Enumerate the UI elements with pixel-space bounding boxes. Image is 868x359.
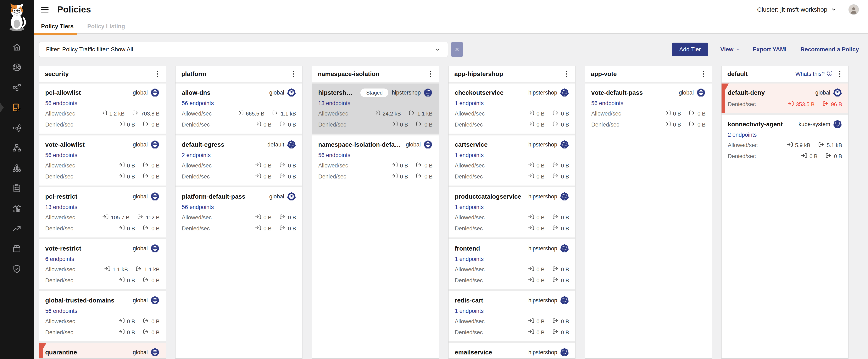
endpoints-link[interactable]: 2 endpoints bbox=[182, 152, 211, 159]
policy-card[interactable]: pci-allowlistglobal56 endpointsAllowed/s… bbox=[39, 82, 166, 134]
endpoints-link[interactable]: 1 endpoints bbox=[455, 256, 484, 263]
sidebar-item-policies[interactable] bbox=[0, 98, 34, 118]
user-avatar[interactable] bbox=[848, 4, 859, 15]
sidebar-item-endpoints-sitemap[interactable] bbox=[0, 138, 34, 158]
tier-kebab-menu-icon[interactable] bbox=[837, 70, 842, 78]
endpoints-link[interactable]: 1 endpoints bbox=[455, 308, 484, 314]
sidebar-item-service-graph[interactable] bbox=[0, 77, 34, 98]
policy-card[interactable]: checkoutservicehipstershopns1 endpointsA… bbox=[448, 82, 575, 134]
policy-card[interactable]: vote-restrictglobal6 endpointsAllowed/se… bbox=[39, 238, 166, 289]
tier-kebab-menu-icon[interactable] bbox=[291, 70, 297, 78]
scope-label: hipstershop bbox=[528, 245, 557, 252]
inbound-value: 0 B bbox=[536, 111, 545, 117]
policy-card[interactable]: frontendhipstershopns1 endpointsAllowed/… bbox=[448, 238, 575, 289]
whats-this-link[interactable]: Whats this?? bbox=[796, 71, 833, 78]
endpoints-link[interactable]: 13 endpoints bbox=[45, 204, 78, 211]
outbound-metric: 96 B bbox=[823, 100, 842, 108]
policy-card[interactable]: pci-restrictglobal13 endpointsAllowed/se… bbox=[39, 186, 166, 238]
policy-name: default-egress bbox=[182, 141, 224, 148]
policy-card[interactable]: cartservicehipstershopns1 endpointsAllow… bbox=[448, 134, 575, 186]
policy-scope: global bbox=[676, 88, 706, 97]
metric-label: Allowed/sec bbox=[45, 214, 75, 221]
endpoints-link[interactable]: 56 endpoints bbox=[45, 100, 78, 107]
endpoints-link[interactable]: 6 endpoints bbox=[45, 256, 74, 263]
endpoints-link[interactable]: 2 endpoints bbox=[728, 132, 757, 138]
policy-card[interactable]: vote-allowlistglobal56 endpointsAllowed/… bbox=[39, 134, 166, 186]
sidebar-item-dashboard-gauge[interactable] bbox=[0, 57, 34, 77]
policy-card[interactable]: productcatalogservicehipstershopns1 endp… bbox=[448, 186, 575, 238]
policy-card[interactable]: namespace-isolation-default-p…global56 e… bbox=[312, 134, 439, 186]
tab-policy-tiers[interactable]: Policy Tiers bbox=[41, 23, 74, 30]
metric-values: 0 B0 B bbox=[255, 214, 296, 221]
outbound-arrow-icon bbox=[143, 173, 149, 181]
outbound-metric: 0 B bbox=[553, 173, 569, 181]
cluster-selector[interactable]: Cluster: jlt-msft-workshop bbox=[757, 6, 836, 13]
policy-card[interactable]: vote-default-passglobal56 endpointsAllow… bbox=[585, 82, 712, 134]
endpoints-link[interactable]: 56 endpoints bbox=[182, 100, 214, 107]
policy-card[interactable]: hipstershop-gh…Stagedhipstershopns13 end… bbox=[312, 82, 439, 134]
clear-filter-button[interactable] bbox=[451, 42, 463, 57]
outbound-metric: 703.8 B bbox=[132, 110, 159, 118]
metric-values: 353.5 B96 B bbox=[787, 100, 842, 108]
add-tier-button[interactable]: Add Tier bbox=[672, 43, 708, 56]
export-yaml-button[interactable]: Export YAML bbox=[753, 46, 788, 53]
hamburger-menu-icon[interactable] bbox=[41, 7, 49, 12]
sidebar-item-flow-trend[interactable] bbox=[0, 218, 34, 239]
inbound-metric: 0 B bbox=[528, 110, 545, 118]
policy-card[interactable]: default-denyglobalDenied/sec353.5 B96 B bbox=[721, 82, 848, 113]
policy-traffic-filter-select[interactable]: Filter: Policy Traffic filter: Show All bbox=[39, 42, 448, 57]
policy-card[interactable]: emailservicehipstershopns1 endpointsAllo… bbox=[448, 341, 575, 359]
metric-row: Denied/sec353.5 B96 B bbox=[728, 100, 842, 108]
sidebar-item-threat-shield[interactable] bbox=[0, 259, 34, 279]
sidebar-item-home[interactable] bbox=[0, 37, 34, 57]
endpoints-link[interactable]: 1 endpoints bbox=[455, 152, 484, 159]
view-dropdown-button[interactable]: View bbox=[720, 46, 740, 53]
endpoints-link[interactable]: 56 endpoints bbox=[45, 308, 78, 314]
metric-row: Denied/sec0 B0 B bbox=[455, 225, 569, 232]
endpoints-link[interactable]: 56 endpoints bbox=[591, 100, 623, 107]
policy-card[interactable]: default-egressdefaultns2 endpointsAllowe… bbox=[176, 134, 302, 186]
inbound-metric: 665.5 B bbox=[237, 110, 265, 118]
outbound-arrow-icon bbox=[143, 277, 149, 284]
policy-card-header: konnectivity-agentkube-systemns bbox=[728, 120, 842, 129]
tier-kebab-menu-icon[interactable] bbox=[564, 70, 569, 78]
policy-name: hipstershop-gh… bbox=[318, 89, 356, 96]
policy-card[interactable]: global-trusted-domainsglobal56 endpoints… bbox=[39, 289, 166, 341]
metric-values: 0 B0 B bbox=[528, 317, 569, 325]
sidebar-item-compliance-clipboard[interactable] bbox=[0, 178, 34, 198]
tier-kebab-menu-icon[interactable] bbox=[701, 70, 706, 78]
metric-values: 0 B0 B bbox=[528, 110, 569, 118]
endpoints-link[interactable]: 56 endpoints bbox=[45, 152, 78, 159]
sidebar-item-reports-chart[interactable] bbox=[0, 198, 34, 218]
metric-label: Denied/sec bbox=[728, 101, 756, 108]
tier-header-actions bbox=[701, 70, 706, 78]
outbound-metric: 0 B bbox=[143, 317, 159, 325]
metric-row: Denied/sec0 B0 B bbox=[455, 173, 569, 181]
outbound-value: 1.1 kB bbox=[144, 266, 159, 273]
endpoints-link[interactable]: 13 endpoints bbox=[318, 100, 350, 107]
policy-card[interactable]: allow-dnsglobal56 endpointsAllowed/sec66… bbox=[176, 82, 302, 134]
metric-label: Denied/sec bbox=[455, 225, 483, 232]
endpoints-link[interactable]: 56 endpoints bbox=[318, 152, 350, 159]
sidebar-item-clusters[interactable] bbox=[0, 158, 34, 178]
outbound-metric: 0 B bbox=[143, 173, 159, 181]
policy-card[interactable]: platform-default-passglobal56 endpointsA… bbox=[176, 186, 302, 238]
policy-card[interactable]: konnectivity-agentkube-systemns2 endpoin… bbox=[721, 113, 848, 165]
tab-policy-listing[interactable]: Policy Listing bbox=[87, 23, 125, 30]
recommend-policy-button[interactable]: Recommend a Policy bbox=[800, 46, 859, 53]
sidebar-item-image-package[interactable] bbox=[0, 239, 34, 259]
policy-card[interactable]: redis-carthipstershopns1 endpointsAllowe… bbox=[448, 289, 575, 341]
tier-kebab-menu-icon[interactable] bbox=[428, 70, 433, 78]
endpoints-link[interactable]: 1 endpoints bbox=[455, 204, 484, 211]
inbound-arrow-icon bbox=[119, 162, 125, 169]
policy-scope: global bbox=[812, 88, 842, 97]
outbound-arrow-icon bbox=[553, 317, 559, 325]
policy-card[interactable]: quarantineglobal0 endpoints bbox=[39, 341, 166, 359]
scope-label: hipstershop bbox=[528, 297, 557, 304]
sidebar-item-network-molecule[interactable] bbox=[0, 118, 34, 138]
inbound-value: 0 B bbox=[127, 121, 135, 128]
tier-kebab-menu-icon[interactable] bbox=[155, 70, 160, 78]
outbound-metric: 0 B bbox=[553, 277, 569, 284]
endpoints-link[interactable]: 56 endpoints bbox=[182, 204, 214, 211]
endpoints-link[interactable]: 1 endpoints bbox=[455, 100, 484, 107]
